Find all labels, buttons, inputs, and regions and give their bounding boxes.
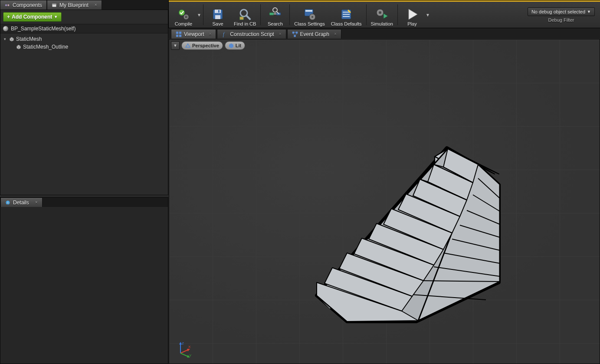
plus-icon: + xyxy=(7,14,10,20)
compile-dropdown[interactable]: ▼ xyxy=(197,2,202,28)
svg-rect-34 xyxy=(176,34,178,36)
blueprint-icon xyxy=(52,3,57,8)
lit-button[interactable]: Lit xyxy=(225,41,245,50)
components-panel: + Add Component ▼ BP_SampleStaticMesh(se… xyxy=(0,10,168,195)
class-settings-button[interactable]: Class Settings xyxy=(291,2,328,28)
svg-marker-31 xyxy=(409,9,417,20)
class-defaults-label: Class Defaults xyxy=(331,21,362,26)
debug-object-label: No debug object selected xyxy=(531,9,585,14)
details-panel: i Details × xyxy=(0,197,168,364)
chevron-down-icon: ▼ xyxy=(54,15,58,19)
svg-point-1 xyxy=(7,4,10,6)
axis-z-label: Z xyxy=(182,341,184,345)
save-icon xyxy=(211,7,225,21)
tab-construction-script[interactable]: f Construction Script × xyxy=(217,29,286,39)
debug-area: No debug object selected ▼ Debug Filter xyxy=(524,2,598,28)
separator xyxy=(260,4,261,25)
tab-my-blueprint-label: My Blueprint xyxy=(59,2,89,8)
close-icon[interactable]: × xyxy=(209,32,211,36)
svg-point-29 xyxy=(379,11,381,14)
tab-event-graph[interactable]: Event Graph × xyxy=(287,29,341,39)
perspective-icon xyxy=(185,43,190,48)
axis-gizmo: Z X Y xyxy=(175,341,193,358)
close-icon[interactable]: × xyxy=(279,32,282,36)
svg-marker-30 xyxy=(384,13,388,19)
find-in-cb-button[interactable]: Find in CB xyxy=(231,2,259,28)
toolbar: Compile ▼ Save Find in CB xyxy=(168,0,600,28)
staticmesh-icon xyxy=(9,36,14,42)
svg-rect-3 xyxy=(52,3,56,4)
svg-line-78 xyxy=(180,353,188,357)
play-button[interactable]: Play xyxy=(399,2,425,28)
simulation-icon xyxy=(375,7,389,21)
tab-details[interactable]: i Details × xyxy=(0,197,43,207)
tab-components-label: Components xyxy=(13,2,42,8)
add-component-button[interactable]: + Add Component ▼ xyxy=(3,12,62,22)
self-row-label: BP_SampleStaticMesh(self) xyxy=(11,26,75,32)
viewport-mesh-stairs xyxy=(282,109,525,326)
tree-item-label: StaticMesh_Outline xyxy=(23,44,68,50)
tree-item-label: StaticMesh xyxy=(16,36,42,42)
search-button[interactable]: Search xyxy=(262,2,288,28)
svg-rect-37 xyxy=(292,31,294,33)
close-icon[interactable]: × xyxy=(95,3,97,7)
play-label: Play xyxy=(407,21,416,26)
tab-viewport[interactable]: Viewport × xyxy=(171,29,216,39)
chevron-down-icon: ▼ xyxy=(587,10,591,14)
class-settings-icon xyxy=(303,7,317,21)
left-top-tabs: Components My Blueprint × xyxy=(0,0,168,10)
play-dropdown[interactable]: ▼ xyxy=(425,2,430,28)
svg-rect-33 xyxy=(179,31,181,33)
svg-point-18 xyxy=(273,8,277,12)
axis-x-label: X xyxy=(188,345,191,349)
svg-marker-77 xyxy=(187,349,190,351)
separator xyxy=(397,4,398,25)
lit-label: Lit xyxy=(236,43,241,48)
compile-button[interactable]: Compile xyxy=(170,2,197,28)
viewport-controls: ▼ Perspective Lit xyxy=(171,41,245,50)
svg-line-76 xyxy=(180,350,188,353)
svg-rect-12 xyxy=(218,10,220,13)
simulation-button[interactable]: Simulation xyxy=(368,2,396,28)
tree-item-staticmesh-outline[interactable]: StaticMesh_Outline xyxy=(0,43,168,51)
function-icon: f xyxy=(222,31,228,37)
lit-icon xyxy=(229,43,234,48)
svg-text:i: i xyxy=(7,201,8,205)
tab-details-label: Details xyxy=(13,200,29,206)
perspective-label: Perspective xyxy=(192,43,219,48)
tab-construction-script-label: Construction Script xyxy=(230,31,274,37)
simulation-label: Simulation xyxy=(371,21,393,26)
tab-components[interactable]: Components xyxy=(0,0,47,10)
self-row[interactable]: BP_SampleStaticMesh(self) xyxy=(0,24,168,33)
viewport-icon xyxy=(176,31,182,37)
details-icon: i xyxy=(5,200,10,205)
class-defaults-icon xyxy=(339,7,353,21)
viewport[interactable]: ▼ Perspective Lit xyxy=(169,39,600,364)
search-label: Search xyxy=(268,21,283,26)
event-graph-icon xyxy=(292,31,298,37)
viewport-menu-button[interactable]: ▼ xyxy=(171,41,180,50)
expand-icon[interactable]: ▾ xyxy=(4,37,7,41)
save-button[interactable]: Save xyxy=(205,2,231,28)
close-icon[interactable]: × xyxy=(35,200,38,205)
tab-my-blueprint[interactable]: My Blueprint × xyxy=(47,0,102,10)
class-defaults-button[interactable]: Class Defaults xyxy=(328,2,365,28)
tab-event-graph-label: Event Graph xyxy=(300,31,329,37)
separator xyxy=(203,4,203,25)
svg-point-23 xyxy=(311,16,313,18)
svg-line-14 xyxy=(246,16,250,19)
close-icon[interactable]: × xyxy=(334,32,337,36)
debug-object-select[interactable]: No debug object selected ▼ xyxy=(528,7,595,16)
tree-item-staticmesh[interactable]: ▾ StaticMesh xyxy=(0,35,168,43)
svg-rect-39 xyxy=(294,35,295,36)
add-component-label: Add Component xyxy=(12,14,52,20)
main-tabs: Viewport × f Construction Script × Event… xyxy=(168,28,600,39)
svg-point-0 xyxy=(5,4,7,6)
svg-rect-8 xyxy=(185,16,187,18)
axis-y-label: Y xyxy=(189,354,192,357)
perspective-button[interactable]: Perspective xyxy=(181,41,223,50)
find-in-cb-icon xyxy=(238,7,252,21)
left-column: Components My Blueprint × + Add Componen… xyxy=(0,0,168,364)
svg-text:f: f xyxy=(223,31,225,37)
separator xyxy=(366,4,367,25)
